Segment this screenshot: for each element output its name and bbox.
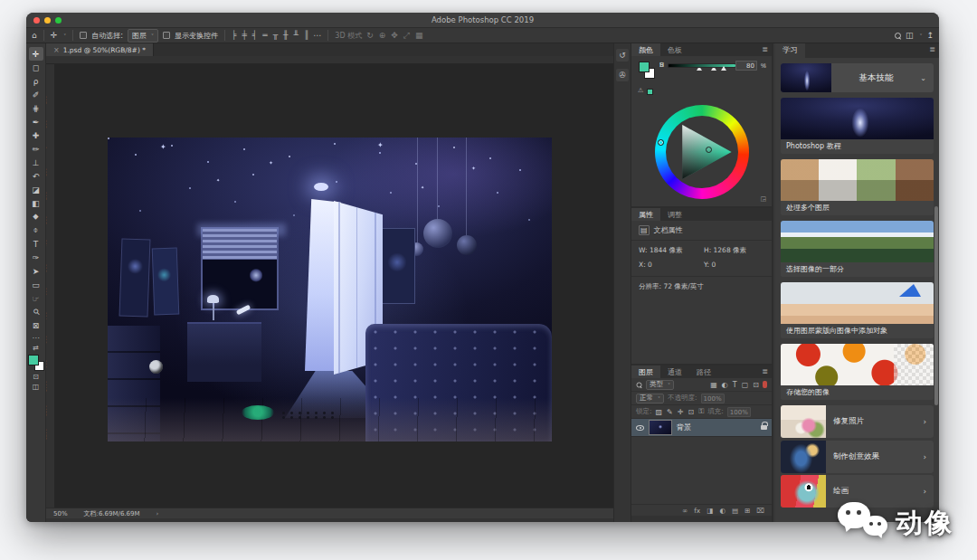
blend-mode-dropdown[interactable]: 正常˅ [636, 394, 664, 403]
close-tab-icon[interactable]: × [53, 46, 60, 54]
history-brush-tool[interactable]: ↶ [29, 169, 43, 183]
history-panel-icon[interactable]: ↺ [616, 49, 629, 62]
tab-properties[interactable]: 属性 [631, 208, 660, 221]
tutorial-card[interactable]: 存储您的图像 [781, 344, 934, 400]
layer-row-background[interactable]: 背景 [631, 419, 772, 437]
tab-layers[interactable]: 图层 [631, 365, 660, 378]
crop-tool[interactable]: ⋕ [29, 101, 43, 115]
layer-group-icon[interactable]: ▤ [732, 507, 738, 515]
clone-stamp-tool[interactable]: ⊥ [29, 156, 43, 169]
slider-thumb[interactable] [721, 66, 726, 71]
type-tool[interactable]: T [29, 237, 43, 251]
canvas-image[interactable] [108, 138, 552, 441]
device-preview-panel-icon[interactable]: ✇ [616, 69, 629, 81]
eyedropper-tool[interactable]: ✒ [29, 115, 43, 128]
delete-layer-icon[interactable]: ⌧ [756, 507, 764, 515]
filter-pixel-layers-icon[interactable]: ▦ [710, 381, 717, 389]
align-top-edges-icon[interactable]: ═ [262, 31, 267, 40]
more-align-options-icon[interactable]: ⋯ [313, 31, 321, 40]
shape-tool[interactable]: ▭ [29, 278, 43, 291]
auto-select-checkbox[interactable] [80, 32, 87, 39]
lock-all-icon[interactable]: ⚿ [698, 407, 704, 416]
lock-position-icon[interactable]: ✛ [678, 408, 684, 416]
edit-toolbar-icon[interactable]: ⋯ [33, 334, 40, 342]
horizontal-ruler[interactable]: 2001000100200300400500600700800900100011… [46, 56, 613, 64]
panel-menu-icon[interactable]: ≣ [762, 45, 768, 53]
healing-brush-tool[interactable]: ✚ [29, 128, 43, 142]
distribute-vertical-icon[interactable]: ╨ [294, 31, 299, 40]
blur-tool[interactable]: ⬥ [29, 210, 43, 223]
lock-transparency-icon[interactable]: ▨ [656, 408, 663, 416]
tool-preset-caret-icon[interactable]: ˅ [63, 33, 66, 39]
eraser-tool[interactable]: ◪ [29, 183, 43, 196]
tutorial-card[interactable]: 使用图层蒙版向图像中添加对象 [781, 282, 934, 338]
panel-menu-icon[interactable]: ≣ [929, 45, 935, 53]
lasso-tool[interactable]: ρ [29, 74, 43, 88]
quick-mask-icon[interactable]: ⊡ [33, 373, 39, 381]
align-vertical-centers-icon[interactable]: ╥ [273, 31, 278, 40]
distribute-horizontal-icon[interactable]: ╫ [283, 31, 288, 40]
filter-shape-layers-icon[interactable]: ▢ [742, 381, 749, 389]
canvas-pasteboard[interactable]: 2001000100200300400500600700800900100011… [46, 64, 613, 508]
auto-select-target-dropdown[interactable]: 图层 ˅ [128, 29, 158, 43]
tutorial-card[interactable]: Photoshop 教程 [781, 98, 934, 154]
adjustment-layer-icon[interactable]: ◐ [719, 507, 726, 515]
gradient-tool[interactable]: ◧ [29, 196, 43, 210]
hue-selector[interactable] [658, 139, 664, 146]
lock-paint-icon[interactable]: ✎ [667, 408, 673, 416]
sb-selector[interactable] [706, 147, 712, 153]
tutorial-row[interactable]: 制作创意效果 › [781, 441, 934, 473]
filter-adjustment-layers-icon[interactable]: ◐ [722, 381, 728, 389]
layer-thumbnail[interactable] [649, 420, 672, 435]
screen-mode-icon[interactable]: ◫ [33, 383, 40, 391]
slider-value-field[interactable]: 80 [735, 61, 757, 71]
align-left-edges-icon[interactable]: ╞ [232, 31, 236, 40]
layer-visibility-eye-icon[interactable] [636, 425, 644, 431]
tab-swatches[interactable]: 色板 [660, 43, 689, 56]
panel-resize-icon[interactable]: ◲ [760, 195, 766, 203]
gamut-warning-icon[interactable]: ⚠ [638, 87, 643, 94]
dodge-tool[interactable]: ⌽ [29, 223, 43, 237]
tab-adjustments[interactable]: 调整 [660, 208, 689, 221]
panel-menu-icon[interactable]: ≣ [762, 367, 768, 375]
search-icon[interactable] [895, 33, 901, 39]
tab-color[interactable]: 颜色 [631, 43, 660, 56]
foreground-color-swatch[interactable] [639, 62, 650, 72]
tutorial-card[interactable]: 处理多个图层 [781, 159, 934, 215]
swap-colors-icon[interactable]: ⇄ [33, 344, 39, 352]
quick-selection-tool[interactable]: ✐ [29, 88, 43, 101]
zoom-level-field[interactable]: 50% [53, 510, 68, 517]
distribute-spacing-icon[interactable]: ║ [304, 31, 308, 40]
brush-tool[interactable]: ✏ [29, 142, 43, 156]
filter-smart-objects-icon[interactable]: ⊡ [753, 381, 759, 389]
share-icon[interactable]: ↥ [926, 31, 934, 40]
document-tab[interactable]: × 1.psd @ 50%(RGB/8#) * [46, 43, 154, 56]
foreground-color-swatch[interactable] [28, 355, 39, 365]
filter-toggle[interactable] [763, 381, 767, 388]
tutorial-card[interactable]: 选择图像的一部分 [781, 221, 934, 277]
learn-section-basic-skills[interactable]: 基本技能 ⌄ [781, 63, 934, 92]
path-selection-tool[interactable]: ➤ [29, 264, 43, 278]
fill-field[interactable]: 100% [727, 407, 751, 417]
link-layers-icon[interactable]: ∞ [682, 507, 688, 515]
current-tool-icon[interactable]: ✛ [51, 31, 58, 40]
gamut-color-swatch[interactable] [647, 89, 653, 95]
tab-paths[interactable]: 路径 [689, 365, 718, 378]
vertical-ruler[interactable]: 2001000100200300400500600700800900100011… [46, 64, 55, 508]
align-horizontal-centers-icon[interactable]: ╪ [242, 31, 246, 40]
color-wheel[interactable]: ◲ [631, 103, 772, 204]
align-right-edges-icon[interactable]: ╡ [252, 31, 257, 40]
lock-artboard-icon[interactable]: ⊡ [688, 408, 695, 416]
opacity-field[interactable]: 100% [701, 394, 725, 403]
show-transform-checkbox[interactable] [163, 32, 170, 39]
workspace-switcher-icon[interactable]: ◫ [906, 31, 914, 40]
marquee-tool[interactable]: ◻ [29, 61, 43, 74]
tutorial-row[interactable]: 修复照片 › [781, 405, 934, 438]
status-chevron-icon[interactable]: › [157, 510, 159, 517]
move-tool[interactable]: ✛ [29, 47, 43, 61]
tab-channels[interactable]: 通道 [660, 365, 689, 378]
tab-learn[interactable]: 学习 [775, 43, 805, 58]
filter-type-dropdown[interactable]: 类型˅ [646, 380, 674, 390]
learn-scrollbar[interactable] [934, 206, 938, 405]
new-layer-icon[interactable]: ⊞ [745, 507, 750, 515]
